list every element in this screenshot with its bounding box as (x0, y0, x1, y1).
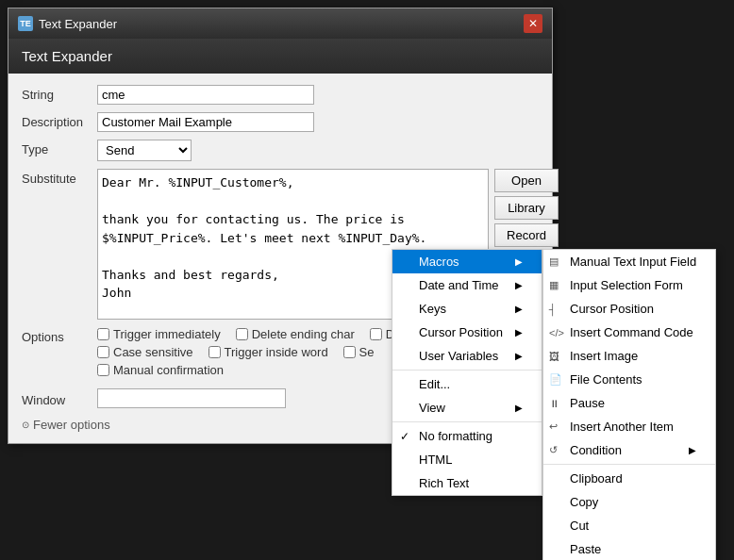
trigger-immediately-checkbox[interactable] (97, 328, 109, 340)
case-sensitive-item[interactable]: Case sensitive (97, 345, 193, 359)
delete-ending-item[interactable]: Delete ending char (236, 327, 355, 341)
menu-item-manual-text[interactable]: ▤ Manual Text Input Field (543, 250, 715, 273)
dialog-header: Text Expander (8, 39, 552, 74)
menu-item-html[interactable]: HTML (392, 448, 542, 471)
string-label: String (22, 85, 97, 102)
trigger-immediately-label: Trigger immediately (113, 327, 221, 341)
window-input[interactable] (97, 388, 286, 408)
menu-item-noformatting[interactable]: No formatting (392, 424, 542, 448)
menu-item-clipboard[interactable]: Clipboard (543, 467, 715, 490)
type-label: Type (22, 140, 97, 156)
fewer-options-icon: ⊙ (22, 420, 29, 430)
separator-1 (392, 370, 542, 371)
title-bar-text: Text Expander (39, 17, 117, 31)
menu-item-richtext[interactable]: Rich Text (392, 471, 542, 495)
close-button[interactable]: ✕ (524, 14, 542, 33)
macros-submenu-arrow: ▶ (515, 256, 523, 267)
datetime-submenu-arrow: ▶ (515, 280, 523, 290)
se-checkbox[interactable] (343, 346, 356, 358)
checkbox-row-1: Trigger immediately Delete ending char D… (97, 327, 401, 341)
manual-confirm-item[interactable]: Manual confirmation (97, 363, 224, 377)
main-context-menu: Macros ▶ Date and Time ▶ Keys ▶ Cursor P… (392, 249, 542, 496)
se-label: Se (359, 345, 375, 359)
record-button[interactable]: Record (494, 223, 559, 247)
view-submenu-arrow: ▶ (515, 403, 523, 413)
dialog-title: Text Expander (22, 48, 112, 64)
image-icon: 🖼 (549, 351, 559, 362)
file-icon: 📄 (549, 373, 562, 386)
menu-item-datetime[interactable]: Date and Time ▶ (392, 273, 542, 297)
options-checkboxes: Trigger immediately Delete ending char D… (97, 327, 401, 381)
trigger-inside-label: Trigger inside word (225, 345, 328, 359)
case-sensitive-checkbox[interactable] (97, 346, 109, 358)
description-label: Description (22, 112, 97, 129)
fewer-options-label: Fewer options (33, 418, 110, 432)
library-button[interactable]: Library (494, 196, 559, 220)
textfield-icon: ▤ (549, 255, 559, 268)
title-bar-left: TE Text Expander (18, 16, 117, 31)
case-sensitive-label: Case sensitive (113, 345, 193, 359)
menu-item-copy[interactable]: Copy (543, 490, 715, 514)
title-bar: TE Text Expander ✕ (8, 8, 552, 39)
trigger-immediately-item[interactable]: Trigger immediately (97, 327, 221, 341)
string-row: String (22, 85, 539, 105)
string-input[interactable] (97, 85, 314, 105)
menu-item-input-selection[interactable]: ▦ Input Selection Form (543, 273, 715, 297)
menu-item-paste[interactable]: Paste (543, 537, 715, 560)
code-icon: </> (549, 327, 564, 338)
form-icon: ▦ (549, 279, 559, 291)
item-icon: ↩ (549, 420, 558, 433)
keys-submenu-arrow: ▶ (515, 304, 523, 314)
uservars-submenu-arrow: ▶ (515, 351, 523, 361)
type-row: Type Send Clipboard Keystroke (22, 140, 539, 161)
open-button[interactable]: Open (494, 169, 559, 192)
window-label: Window (22, 390, 97, 407)
do-checkbox[interactable] (370, 328, 382, 340)
condition-submenu-arrow: ▶ (689, 445, 696, 455)
substitute-label: Substitute (22, 169, 97, 186)
menu-item-pause[interactable]: ⏸ Pause (543, 391, 715, 415)
separator-2 (392, 421, 542, 422)
se-checkbox-item[interactable]: Se (343, 345, 375, 359)
description-input[interactable] (97, 112, 314, 132)
manual-confirm-label: Manual confirmation (113, 363, 224, 377)
type-select[interactable]: Send Clipboard Keystroke (97, 140, 192, 161)
menu-item-uservars[interactable]: User Variables ▶ (392, 344, 542, 368)
menu-item-insert-another[interactable]: ↩ Insert Another Item (543, 415, 715, 438)
menu-item-macros[interactable]: Macros ▶ (392, 250, 542, 273)
cursorpos-submenu-arrow: ▶ (515, 327, 523, 338)
checkbox-row-3: Manual confirmation (97, 363, 401, 377)
checkbox-row-2: Case sensitive Trigger inside word Se (97, 345, 401, 359)
trigger-inside-checkbox[interactable] (209, 346, 221, 358)
pause-icon: ⏸ (549, 398, 559, 409)
trigger-inside-item[interactable]: Trigger inside word (209, 345, 328, 359)
menu-item-file-contents[interactable]: 📄 File Contents (543, 368, 715, 391)
menu-item-insert-image[interactable]: 🖼 Insert Image (543, 344, 715, 368)
delete-ending-checkbox[interactable] (236, 328, 248, 340)
app-icon: TE (18, 16, 33, 31)
separator-macro-1 (543, 464, 715, 465)
menu-item-edit[interactable]: Edit... (392, 372, 542, 396)
menu-item-insert-command[interactable]: </> Insert Command Code (543, 321, 715, 344)
menu-item-cursor-position[interactable]: ┤ Cursor Position (543, 297, 715, 321)
manual-confirm-checkbox[interactable] (97, 364, 109, 376)
description-row: Description (22, 112, 539, 132)
cursor-icon: ┤ (549, 304, 557, 315)
menu-item-view[interactable]: View ▶ (392, 396, 542, 420)
menu-item-cut[interactable]: Cut (543, 514, 715, 537)
menu-item-condition[interactable]: ↺ Condition ▶ (543, 438, 715, 462)
macros-submenu: ▤ Manual Text Input Field ▦ Input Select… (542, 249, 716, 560)
menu-item-cursorpos[interactable]: Cursor Position ▶ (392, 321, 542, 344)
condition-icon: ↺ (549, 444, 558, 456)
menu-item-keys[interactable]: Keys ▶ (392, 297, 542, 321)
delete-ending-label: Delete ending char (252, 327, 355, 341)
options-label: Options (22, 327, 97, 344)
